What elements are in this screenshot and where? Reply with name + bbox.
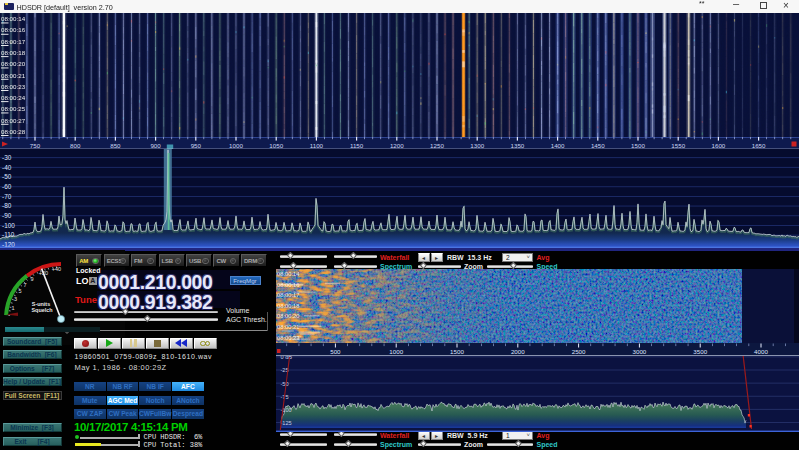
svg-text:1050: 1050	[269, 141, 283, 148]
svg-text:08:00:21: 08:00:21	[277, 324, 300, 330]
svg-text:1400: 1400	[551, 141, 565, 148]
svg-text:Squelch: Squelch	[32, 307, 53, 313]
svg-text:1500: 1500	[631, 141, 645, 148]
svg-text:1200: 1200	[390, 141, 404, 148]
svg-text:4000: 4000	[754, 348, 768, 355]
svg-text:08:00:27: 08:00:27	[1, 117, 26, 124]
svg-text:850: 850	[110, 141, 121, 148]
svg-text:08:00:21: 08:00:21	[1, 72, 26, 79]
svg-text:1000: 1000	[389, 348, 403, 355]
svg-text:-125: -125	[281, 420, 292, 426]
svg-text:800: 800	[70, 141, 81, 148]
svg-text:-100: -100	[2, 222, 15, 229]
svg-text:0 dB: 0 dB	[281, 356, 293, 360]
svg-text:08:00:25: 08:00:25	[1, 105, 26, 112]
svg-text:1300: 1300	[470, 141, 484, 148]
svg-text:08:00:20: 08:00:20	[277, 313, 300, 319]
svg-text:+40: +40	[52, 266, 61, 272]
svg-text:1100: 1100	[310, 141, 324, 148]
svg-text:-30: -30	[2, 154, 12, 161]
svg-text:S-units: S-units	[32, 301, 50, 307]
svg-text:-50: -50	[281, 381, 289, 387]
svg-text:-80: -80	[2, 202, 12, 209]
svg-text:-70: -70	[2, 193, 12, 200]
svg-text:08:00:14: 08:00:14	[277, 271, 300, 277]
svg-text:1: 1	[11, 305, 14, 311]
svg-text:1450: 1450	[591, 141, 605, 148]
svg-text:500: 500	[330, 348, 341, 355]
svg-text:1350: 1350	[511, 141, 525, 148]
svg-text:9: 9	[30, 276, 33, 282]
svg-text:08:00:17: 08:00:17	[277, 292, 300, 298]
svg-text:-40: -40	[2, 164, 12, 171]
svg-text:08:00:18: 08:00:18	[277, 302, 300, 308]
svg-text:-50: -50	[2, 173, 12, 180]
svg-text:2500: 2500	[572, 348, 586, 355]
svg-text:3500: 3500	[693, 348, 707, 355]
svg-text:1500: 1500	[450, 348, 464, 355]
svg-text:5: 5	[18, 288, 21, 294]
svg-text:08:00:23: 08:00:23	[277, 334, 300, 340]
svg-text:750: 750	[30, 141, 41, 148]
svg-text:-60: -60	[2, 183, 12, 190]
svg-text:2000: 2000	[511, 348, 525, 355]
svg-text:08:00:18: 08:00:18	[1, 49, 26, 56]
svg-text:950: 950	[191, 141, 202, 148]
svg-text:1150: 1150	[350, 141, 364, 148]
svg-text:08:00:16: 08:00:16	[1, 26, 26, 33]
svg-text:1000: 1000	[229, 141, 243, 148]
svg-text:08:00:23: 08:00:23	[1, 83, 26, 90]
svg-text:3000: 3000	[633, 348, 647, 355]
svg-text:08:00:24: 08:00:24	[1, 94, 26, 101]
svg-text:3: 3	[14, 296, 17, 302]
svg-text:1650: 1650	[752, 141, 766, 148]
svg-text:08:00:28: 08:00:28	[1, 128, 26, 135]
svg-text:-110: -110	[2, 231, 15, 238]
svg-text:1250: 1250	[430, 141, 444, 148]
svg-text:08:00:17: 08:00:17	[1, 38, 26, 45]
svg-text:08:00:16: 08:00:16	[277, 281, 300, 287]
svg-text:-90: -90	[2, 212, 12, 219]
svg-text:1550: 1550	[671, 141, 685, 148]
svg-text:7: 7	[23, 282, 26, 288]
svg-text:08:00:20: 08:00:20	[1, 60, 26, 67]
svg-text:900: 900	[150, 141, 161, 148]
svg-text:1600: 1600	[712, 141, 726, 148]
svg-text:08:00:14: 08:00:14	[1, 15, 26, 22]
